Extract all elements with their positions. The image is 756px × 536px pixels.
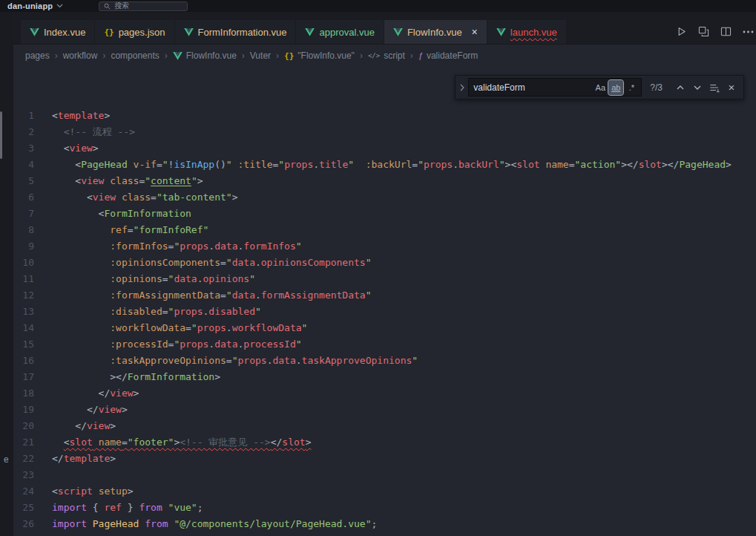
line-number[interactable]: 13 — [13, 304, 52, 320]
line-number[interactable]: 3 — [13, 140, 52, 157]
line-number[interactable]: 4 — [13, 157, 52, 173]
tab-flowinfo-vue[interactable]: FlowInfo.vue× — [384, 20, 487, 44]
find-input[interactable] — [469, 82, 592, 93]
breadcrumb-item-workflow[interactable]: workflow — [63, 50, 98, 61]
code-line-content[interactable]: </template> — [52, 451, 116, 467]
code-line-content[interactable]: </view> — [52, 402, 128, 418]
breadcrumb-item-script[interactable]: </>script — [368, 50, 405, 61]
code-line[interactable]: 7 <FormInformation — [13, 206, 756, 222]
code-line-content[interactable]: :disabled="props.disabled" — [52, 304, 261, 320]
line-number[interactable]: 12 — [13, 287, 52, 304]
code-line[interactable]: 25import { ref } from "vue"; — [13, 500, 756, 516]
line-number[interactable]: 17 — [13, 369, 52, 385]
code-line[interactable]: 19 </view> — [13, 402, 756, 418]
line-number[interactable]: 22 — [13, 451, 52, 467]
tab-index-vue[interactable]: Index.vue — [21, 20, 94, 44]
code-line-content[interactable]: <slot name="footer"><!-- 审批意见 --></slot> — [52, 434, 311, 451]
code-line-content[interactable]: <view class="tab-content"> — [52, 189, 237, 206]
code-line[interactable]: 23 — [13, 467, 756, 483]
toggle-replace-button[interactable] — [456, 76, 468, 99]
line-number[interactable]: 18 — [13, 385, 52, 402]
line-number[interactable]: 23 — [13, 467, 52, 483]
line-number[interactable]: 21 — [13, 434, 52, 451]
line-number[interactable]: 2 — [13, 124, 52, 140]
code-line-content[interactable]: </view> — [52, 385, 139, 402]
line-number[interactable]: 11 — [13, 271, 52, 287]
split-editor-button[interactable] — [720, 26, 732, 37]
breadcrumb-item-flowinfo-vue[interactable]: {}"FlowInfo.vue" — [284, 50, 355, 61]
line-number[interactable]: 25 — [13, 500, 52, 516]
code-line[interactable]: 17 ></FormInformation> — [13, 369, 756, 385]
code-line[interactable]: 6 <view class="tab-content"> — [13, 189, 756, 206]
code-line-content[interactable]: </view> — [52, 418, 116, 434]
breadcrumb-item-components[interactable]: components — [111, 50, 159, 61]
code-line[interactable]: 16 :taskApproveOpinions="props.data.task… — [13, 353, 756, 369]
line-number[interactable]: 20 — [13, 418, 52, 434]
line-number[interactable]: 9 — [13, 238, 52, 255]
code-line[interactable]: 18 </view> — [13, 385, 756, 402]
code-line[interactable]: 8 ref="formInfoRef" — [13, 222, 756, 238]
run-button[interactable] — [676, 26, 687, 37]
line-number[interactable]: 24 — [13, 483, 52, 500]
code-line-content[interactable]: :formInfos="props.data.formInfos" — [52, 238, 302, 255]
code-line[interactable]: 3 <view> — [13, 140, 756, 157]
line-number[interactable]: 15 — [13, 336, 52, 353]
code-line-content[interactable]: :processId="props.data.processId" — [52, 336, 302, 353]
line-number[interactable]: 5 — [13, 173, 52, 189]
code-line-content[interactable]: import { ref } from "vue"; — [52, 500, 203, 516]
close-find-icon[interactable]: × — [724, 80, 739, 95]
line-number[interactable]: 1 — [13, 108, 52, 124]
code-line-content[interactable]: :taskApproveOpinions="props.data.taskApp… — [52, 353, 418, 369]
line-number[interactable]: 14 — [13, 320, 52, 336]
code-line[interactable]: 22</template> — [13, 451, 756, 467]
regex-button[interactable]: .* — [624, 80, 639, 95]
code-line-content[interactable]: <template> — [52, 108, 110, 124]
code-line-content[interactable]: <script setup> — [52, 483, 134, 500]
code-line[interactable]: 4 <PageHead v-if="!isInApp()" :title="pr… — [13, 157, 756, 173]
code-line-content[interactable]: <view> — [52, 140, 99, 157]
code-line-content[interactable]: import PageHead from "@/components/layou… — [52, 516, 377, 532]
tab-forminformation-vue[interactable]: FormInformation.vue — [175, 20, 296, 44]
workspace-title[interactable]: dan-uniapp — [7, 1, 53, 10]
code-line-content[interactable]: :formAssignmentData="data.formAssignment… — [52, 287, 372, 304]
line-number[interactable]: 26 — [13, 516, 52, 532]
code-line[interactable]: 11 :opinions="data.opinions" — [13, 271, 756, 287]
breadcrumb-item-validateform[interactable]: ƒvalidateForm — [418, 50, 478, 61]
code-line-content[interactable]: <!-- 流程 --> — [52, 124, 135, 140]
previous-match-button[interactable] — [673, 80, 688, 95]
tab-approval-vue[interactable]: approval.vue — [296, 20, 383, 44]
code-line[interactable]: 20 </view> — [13, 418, 756, 434]
code-line[interactable]: 21 <slot name="footer"><!-- 审批意见 --></sl… — [13, 434, 756, 451]
open-changes-button[interactable] — [698, 26, 709, 37]
breadcrumb-item-pages[interactable]: pages — [25, 50, 50, 61]
code-line[interactable]: 10 :opinionsComponents="data.opinionsCom… — [13, 255, 756, 271]
code-line[interactable]: 12 :formAssignmentData="data.formAssignm… — [13, 287, 756, 304]
line-number[interactable]: 16 — [13, 353, 52, 369]
line-number[interactable]: 7 — [13, 206, 52, 222]
code-line[interactable]: 14 :workflowData="props.workflowData" — [13, 320, 756, 336]
sidebar-scrollbar[interactable] — [0, 111, 2, 159]
line-number[interactable]: 8 — [13, 222, 52, 238]
tab-launch-vue[interactable]: launch.vue — [487, 20, 566, 44]
more-actions-button[interactable] — [743, 30, 754, 33]
code-line[interactable]: 13 :disabled="props.disabled" — [13, 304, 756, 320]
code-line-content[interactable]: <FormInformation — [52, 206, 191, 222]
line-number[interactable]: 6 — [13, 189, 52, 206]
line-number[interactable]: 10 — [13, 255, 52, 271]
code-line-content[interactable]: ></FormInformation> — [52, 369, 220, 385]
whole-word-button[interactable]: ab — [608, 80, 623, 95]
code-line[interactable]: 5 <view class="content"> — [13, 173, 756, 189]
code-line[interactable]: 1<template> — [13, 108, 756, 124]
find-in-selection-button[interactable] — [707, 80, 722, 95]
tab-pages-json[interactable]: {}pages.json — [95, 20, 174, 44]
code-line[interactable]: 15 :processId="props.data.processId" — [13, 336, 756, 353]
code-line-content[interactable]: :workflowData="props.workflowData" — [52, 320, 307, 336]
code-line-content[interactable]: ref="formInfoRef" — [52, 222, 208, 238]
code-line[interactable]: 2 <!-- 流程 --> — [13, 124, 756, 140]
breadcrumb-item-vuter[interactable]: Vuter — [250, 50, 271, 61]
code-line-content[interactable]: <PageHead v-if="!isInApp()" :title="prop… — [52, 157, 732, 173]
match-case-button[interactable]: Aa — [593, 80, 608, 95]
quick-search-box[interactable]: 搜索 — [99, 1, 188, 11]
code-line[interactable]: 26import PageHead from "@/components/lay… — [13, 516, 756, 532]
breadcrumb-item-flowinfo-vue[interactable]: FlowInfo.vue — [173, 50, 237, 61]
